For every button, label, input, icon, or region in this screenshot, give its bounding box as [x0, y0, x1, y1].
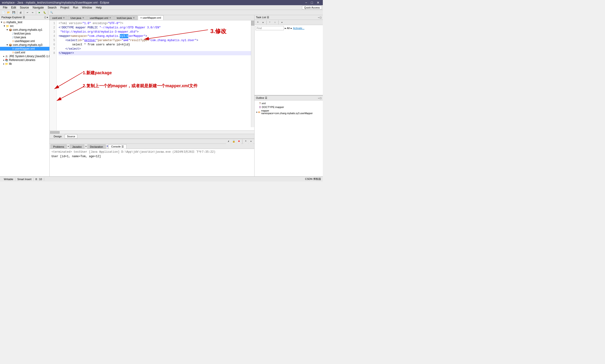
editor-content[interactable]: 1 2 3 4 5 6 7 8 <?xml version="1.0" enco… — [50, 20, 254, 130]
outline-doctype[interactable]: D DOCTYPE:mapper — [257, 105, 321, 109]
tab-close[interactable]: ✕ — [82, 16, 84, 19]
console-output: User [id=1, name=Tom, age=12] — [51, 155, 252, 158]
toolbar-debug[interactable]: 🐛 — [42, 10, 47, 15]
tl-prev[interactable]: ↑ — [268, 20, 272, 25]
code-line-7: </select> — [59, 47, 252, 51]
toolbar-search[interactable]: 🔍 — [49, 10, 54, 15]
tree-item-lib[interactable]: ▸ 📁 lib — [0, 62, 49, 66]
code-line-6: select * from users where id=#{id} — [59, 42, 252, 47]
tab-console[interactable]: Console ☰ — [108, 144, 126, 149]
tab-usermapper-xml-2[interactable]: × userMapper.xml — [138, 15, 164, 20]
tab-conf-xml[interactable]: conf.xml ✕ — [50, 15, 67, 20]
tab-label: × userMapper.xml — [140, 16, 161, 19]
tab-close[interactable]: ✕ — [63, 16, 65, 19]
tl-maximize[interactable]: □ — [320, 16, 322, 19]
task-find-input[interactable] — [256, 26, 284, 30]
maximize-button[interactable]: □ — [309, 1, 314, 4]
tab-javadoc[interactable]: Javadoc — [70, 144, 85, 149]
tab-close[interactable]: ✕ — [109, 16, 111, 19]
toolbar-sep1 — [17, 11, 17, 14]
task-list-controls: − □ — [318, 16, 322, 19]
menu-window[interactable]: Window — [80, 5, 94, 10]
outline-mapper[interactable]: ▸ m mapper namespace=com.zhang.mybatis.s… — [257, 109, 321, 115]
quick-access-label[interactable]: Quick Access — [302, 6, 322, 10]
console-terminate[interactable]: ■ — [237, 139, 241, 144]
console-clear[interactable]: ✗ — [226, 139, 231, 144]
tab-close[interactable]: ✕ — [133, 16, 135, 19]
tab-usermapper-xml-1[interactable]: userMapper.xml ✕ — [87, 15, 114, 20]
menu-file[interactable]: File — [1, 5, 9, 10]
tree-item-mybatis-test[interactable]: ▼ 🗂 mybatis_test — [0, 20, 49, 24]
task-all-label[interactable]: ▸ All — [285, 27, 290, 30]
vertical-scrollbar[interactable] — [251, 20, 254, 127]
toolbar-sep4 — [48, 11, 48, 14]
tl-next[interactable]: ↓ — [273, 20, 277, 25]
xml-icon: ? — [259, 102, 261, 105]
toolbar-undo[interactable]: ↩ — [25, 10, 30, 15]
tree-item-jre[interactable]: ▸ ☕ JRE System Library [JavaSE-1.8] — [0, 54, 49, 58]
tree-label: User.java — [14, 36, 26, 39]
pe-collapse[interactable]: ⬡ — [44, 16, 46, 19]
toolbar-print[interactable]: 🖨 — [18, 10, 23, 15]
tree-item-usermapper-sy1[interactable]: X userMapper.xml — [0, 39, 49, 43]
tab-problems[interactable]: Problems — [51, 144, 67, 149]
outline-xml[interactable]: ? xml — [257, 101, 321, 105]
tree-item-user[interactable]: J User.java — [0, 36, 49, 39]
bottom-toolbar: ✗ 🔒 ■ + ▾ — [50, 139, 254, 144]
tree-item-sy3[interactable]: ▼ 📦 com.zhang.mybatis.sy3 — [0, 43, 49, 47]
tree-item-testuser[interactable]: J testUser.java — [0, 32, 49, 36]
tree-item-usermapper-sy3[interactable]: X userMapper.xml — [0, 47, 49, 51]
tree-label: com.zhang.mybatis.sy3 — [13, 43, 42, 47]
task-activate[interactable]: Activate... — [293, 27, 304, 29]
console-menu[interactable]: ▾ — [249, 139, 253, 144]
toolbar-save[interactable]: 💾 — [11, 10, 16, 15]
code-editor[interactable]: <?xml version="1.0" encoding="UTF-8"?> <… — [57, 20, 254, 130]
menu-project[interactable]: Project — [58, 5, 71, 10]
tab-user-java[interactable]: User.java ✕ — [68, 15, 87, 20]
toolbar-redo[interactable]: ↪ — [30, 10, 35, 15]
tl-menu[interactable]: ▾ — [280, 20, 284, 25]
tl-new[interactable]: + — [256, 20, 260, 25]
tree-label: lib — [9, 62, 12, 65]
toolbar-new[interactable]: 📄 — [1, 10, 6, 15]
minimize-button[interactable]: − — [304, 1, 309, 4]
status-left: Writable Smart Insert 8 : 10 — [2, 178, 44, 181]
outline-minimize[interactable]: − — [318, 97, 319, 100]
tab-label: userMapper.xml — [90, 16, 108, 19]
horizontal-scrollbar[interactable] — [50, 130, 254, 134]
tree-item-sy1[interactable]: ▼ 📦 com.zhang.mybatis.sy1 — [0, 28, 49, 32]
status-csdn: CSDN 博客园 — [305, 177, 321, 181]
toolbar: 📄 📂 💾 🖨 ↩ ↪ ▶ 🐛 🔍 — [0, 10, 323, 15]
menu-edit[interactable]: Edit — [9, 5, 18, 10]
tab-declaration[interactable]: Declaration — [88, 144, 106, 149]
menu-navigate[interactable]: Navigate — [31, 5, 46, 10]
package-explorer-header: Package Explorer ☰ ⬡ ▾ — [0, 15, 49, 20]
toolbar-open[interactable]: 📂 — [6, 10, 11, 15]
task-list-panel: Task List ☰ − □ + ✕ ↑ ↓ ▾ — [255, 15, 323, 95]
tree-item-conf-sy3[interactable]: X conf.xml — [0, 51, 49, 54]
tree-item-reflibrary[interactable]: ▸ 📚 Referenced Libraries — [0, 58, 49, 62]
triangle-icon: ▼ — [6, 44, 8, 46]
close-button[interactable]: ✕ — [315, 1, 321, 4]
menu-help[interactable]: Help — [94, 5, 104, 10]
tab-testuser-java[interactable]: testUser.java ✕ — [114, 15, 137, 20]
pe-menu[interactable]: ▾ — [47, 16, 48, 19]
tl-minimize[interactable]: − — [318, 16, 319, 19]
menu-run[interactable]: Run — [71, 5, 80, 10]
editor-bottom-tabs: Design Source — [50, 134, 254, 139]
menu-source[interactable]: Source — [18, 5, 31, 10]
outline-maximize[interactable]: □ — [320, 97, 322, 100]
design-tab[interactable]: Design — [51, 134, 64, 139]
mapper-icon: m — [258, 111, 260, 114]
statusbar: Writable Smart Insert 8 : 10 CSDN 博客园 — [0, 176, 323, 182]
triangle-icon: ▼ — [6, 29, 8, 31]
triangle-icon: ▸ — [257, 111, 257, 113]
source-tab[interactable]: Source — [65, 134, 77, 139]
toolbar-run[interactable]: ▶ — [37, 10, 42, 15]
console-new[interactable]: + — [244, 139, 248, 144]
tree-item-src[interactable]: ▼ 📁 src — [0, 24, 49, 28]
console-scroll-lock[interactable]: 🔒 — [231, 139, 236, 144]
tl-delete[interactable]: ✕ — [261, 20, 265, 25]
menu-search[interactable]: Search — [46, 5, 58, 10]
outline-label: mapper namespace=com.zhang.mybatis.sy3.u… — [261, 109, 321, 115]
